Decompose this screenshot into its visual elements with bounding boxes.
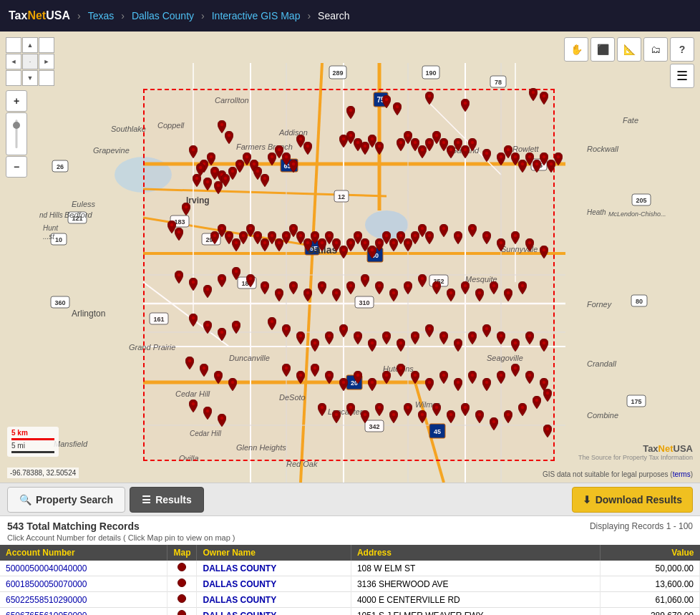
map-pin[interactable] xyxy=(468,138,477,150)
map-pin[interactable] xyxy=(246,274,255,286)
account-number[interactable]: 65067655610050000 xyxy=(0,608,167,616)
map-pin[interactable] xyxy=(332,410,341,422)
map-pin[interactable] xyxy=(193,174,201,185)
pan-n[interactable]: ▲ xyxy=(22,37,38,53)
map-pin[interactable] xyxy=(397,364,405,375)
map-pin[interactable] xyxy=(203,178,212,189)
map-pin[interactable] xyxy=(296,331,305,343)
map-container[interactable]: 289 190 78 75 635 66 26 121 183 xyxy=(0,32,700,483)
map-pin[interactable] xyxy=(504,289,512,300)
map-pin[interactable] xyxy=(289,160,298,171)
map-pin[interactable] xyxy=(382,95,391,107)
map-pin[interactable] xyxy=(382,371,391,382)
map-pin[interactable] xyxy=(554,152,563,164)
map-pin[interactable] xyxy=(418,410,427,422)
map-pin[interactable] xyxy=(540,378,548,389)
map-pin[interactable] xyxy=(375,281,384,293)
map-pin[interactable] xyxy=(543,389,552,400)
map-pin[interactable] xyxy=(540,246,548,257)
map-pin[interactable] xyxy=(175,271,183,282)
map-pin[interactable] xyxy=(196,163,205,175)
brand-logo[interactable]: TaxNetUSA xyxy=(9,9,70,22)
map-pin[interactable] xyxy=(482,378,491,389)
owner-link[interactable]: DALLAS COUNTY xyxy=(203,579,276,589)
pan-e[interactable]: ► xyxy=(39,54,54,69)
map-pin[interactable] xyxy=(354,331,362,343)
map-pin[interactable] xyxy=(439,371,448,382)
help-button[interactable]: ? xyxy=(670,37,694,62)
map-pin[interactable] xyxy=(339,378,348,389)
map-pin[interactable] xyxy=(411,331,419,343)
pan-sw[interactable] xyxy=(6,70,21,86)
pan-ne[interactable] xyxy=(39,37,54,53)
row-map-pin[interactable] xyxy=(178,610,186,615)
pan-se[interactable] xyxy=(39,70,54,86)
map-pin[interactable] xyxy=(182,203,190,214)
owner-name[interactable]: DALLAS COUNTY xyxy=(197,592,351,608)
map-pin[interactable] xyxy=(511,364,520,375)
map-pin[interactable] xyxy=(468,371,477,382)
measure-button[interactable]: 📐 xyxy=(617,37,641,62)
map-pin[interactable] xyxy=(303,142,312,153)
map-pin[interactable] xyxy=(339,324,348,336)
map-pin[interactable] xyxy=(439,224,448,236)
owner-link[interactable]: DALLAS COUNTY xyxy=(203,595,276,605)
map-pin[interactable] xyxy=(529,88,538,100)
map-pin[interactable] xyxy=(203,285,212,296)
map-pin[interactable] xyxy=(540,339,548,350)
breadcrumb-gis[interactable]: Interactive GIS Map xyxy=(212,10,301,21)
row-map-pin[interactable] xyxy=(178,578,186,587)
pan-w[interactable]: ◄ xyxy=(6,54,21,69)
map-pin-cell[interactable] xyxy=(167,576,197,592)
account-number[interactable]: 65022558510290000 xyxy=(0,592,167,608)
map-pin[interactable] xyxy=(375,142,384,153)
account-number[interactable]: 50000500040040000 xyxy=(0,561,167,576)
map-pin[interactable] xyxy=(332,289,341,300)
map-pin[interactable] xyxy=(475,410,484,422)
layers-button[interactable]: 🗂 xyxy=(643,37,668,62)
map-pin[interactable] xyxy=(397,339,405,350)
map-pin[interactable] xyxy=(282,364,291,375)
pan-tool-button[interactable]: ✋ xyxy=(564,37,588,62)
map-pin[interactable] xyxy=(525,371,534,382)
map-pin[interactable] xyxy=(468,224,477,236)
map-pin[interactable] xyxy=(185,357,194,368)
map-pin[interactable] xyxy=(518,403,527,415)
account-link[interactable]: 50000500040040000 xyxy=(6,563,87,573)
map-pin[interactable] xyxy=(482,231,491,243)
map-pin[interactable] xyxy=(454,378,462,389)
map-pin[interactable] xyxy=(454,231,462,243)
map-pin[interactable] xyxy=(511,231,520,243)
account-link[interactable]: 60018500050070000 xyxy=(6,579,87,589)
map-pin[interactable] xyxy=(218,414,226,425)
map-pin[interactable] xyxy=(447,289,455,300)
map-pin[interactable] xyxy=(461,99,470,110)
map-pin[interactable] xyxy=(533,396,541,407)
map-pin[interactable] xyxy=(447,410,455,422)
map-pin[interactable] xyxy=(475,289,484,300)
map-pin[interactable] xyxy=(311,364,319,375)
map-pin[interactable] xyxy=(200,364,208,375)
map-pin[interactable] xyxy=(268,317,276,329)
map-pin[interactable] xyxy=(261,174,269,185)
breadcrumb-dallas[interactable]: Dallas County xyxy=(132,10,194,21)
map-pin[interactable] xyxy=(189,278,198,289)
map-pin[interactable] xyxy=(543,425,552,436)
map-pin[interactable] xyxy=(432,281,441,293)
map-pin[interactable] xyxy=(354,371,362,382)
map-pin[interactable] xyxy=(203,321,212,332)
map-pin[interactable] xyxy=(525,238,534,250)
map-pin[interactable] xyxy=(361,410,369,422)
map-pin[interactable] xyxy=(218,120,226,132)
map-pin[interactable] xyxy=(468,331,477,343)
map-pin[interactable] xyxy=(361,274,369,286)
map-pin[interactable] xyxy=(497,371,505,382)
results-button[interactable]: ☰ Results xyxy=(130,487,204,513)
map-pin[interactable] xyxy=(425,378,434,389)
layers-toggle-button[interactable]: ☰ xyxy=(670,64,694,88)
map-pin[interactable] xyxy=(368,378,376,389)
account-number[interactable]: 60018500050070000 xyxy=(0,576,167,592)
map-pin[interactable] xyxy=(404,403,412,415)
map-pin-cell[interactable] xyxy=(167,592,197,608)
map-pin[interactable] xyxy=(490,417,498,429)
